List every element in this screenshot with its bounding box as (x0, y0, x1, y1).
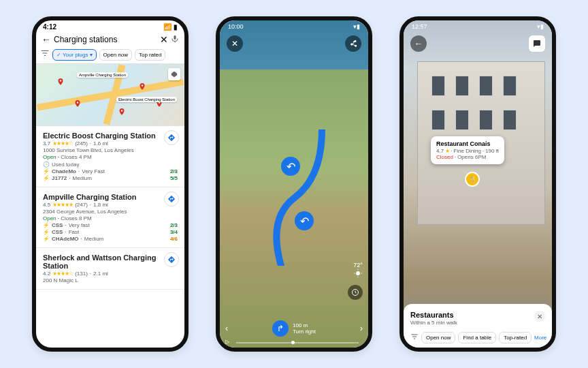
plug-icon: ⚡ (43, 168, 50, 174)
phone-2-immersive-view: 10:00 ▾▮ ✕ ↶ ↶ 72° ‹ ↱ 100 m Turn right (216, 16, 372, 352)
poi-marker[interactable]: 🍴 (465, 172, 480, 187)
turn-right-icon: ↱ (272, 320, 289, 337)
review-count: (245) (75, 140, 88, 147)
result-rating-row: 4.5 ★★★★★ (247) · 1.8 mi (43, 202, 178, 208)
plug-row: ⚡J1772·Medium 5/5 (43, 175, 178, 181)
filter-icon[interactable] (410, 331, 419, 343)
route-path (261, 129, 342, 266)
your-plugs-label: Your plugs (63, 52, 88, 58)
map-pin[interactable] (138, 81, 146, 92)
poi-distance: 190 ft (485, 148, 499, 154)
filter-icon[interactable] (40, 48, 50, 61)
plug-type: ChadeMo (52, 168, 76, 174)
directions-button[interactable] (164, 191, 179, 206)
close-button[interactable]: ✕ (227, 35, 243, 52)
map-pin[interactable] (56, 76, 65, 87)
instruction-text: Turn right (293, 328, 316, 335)
search-query[interactable]: Charging stations (54, 35, 157, 44)
review-count: (131) (75, 271, 88, 277)
plug-avail: 5/5 (170, 175, 178, 181)
temperature-badge[interactable]: 72° (353, 262, 363, 279)
map-pin[interactable] (74, 98, 82, 109)
status-time: 10:00 (228, 23, 244, 30)
search-bar[interactable]: ← Charging stations ✕ (36, 31, 184, 48)
more-chip[interactable]: More (534, 335, 546, 341)
back-arrow-icon[interactable]: ← (42, 34, 51, 45)
distance: 1.6 mi (93, 140, 108, 147)
wifi-icon: ▮ (174, 23, 178, 31)
poi-card[interactable]: Restaurant Conais 4.7 ★ · Fine Dining · … (431, 136, 504, 164)
status-bar: 10:00 ▾▮ (220, 23, 368, 30)
immersive-map-view[interactable]: 10:00 ▾▮ ✕ ↶ ↶ 72° ‹ ↱ 100 m Turn right (220, 20, 368, 348)
sheet-subtitle: Within a 5 min walk (410, 320, 545, 326)
open-now-chip[interactable]: Open now (421, 332, 455, 343)
directions-button[interactable] (164, 252, 179, 267)
clear-search-icon[interactable]: ✕ (160, 34, 168, 45)
progress-bar[interactable] (236, 342, 359, 343)
map-pin[interactable] (118, 106, 126, 117)
phone-3-lens-view: 12:57 ▾▮ ← Restaurant Conais 4.7 ★ · Fin… (399, 16, 556, 352)
plug-avail: 2/3 (170, 168, 178, 174)
plug-row: ⚡CSS·Fast 3/4 (43, 229, 178, 235)
stars-icon: ★★★★☆ (52, 271, 73, 277)
close-sheet-button[interactable]: ✕ (534, 311, 545, 322)
map-label-ampville[interactable]: Ampville Charging Station (77, 72, 128, 78)
result-item[interactable]: Electric Boost Charging Station 3.7 ★★★★… (36, 126, 184, 187)
play-button[interactable]: ▷ (225, 339, 229, 345)
voice-search-icon[interactable] (171, 33, 179, 46)
closes-at: Closes 8 PM (61, 215, 91, 221)
next-step-button[interactable]: › (360, 324, 363, 333)
turn-instruction[interactable]: ↱ 100 m Turn right (272, 320, 316, 337)
rating-value: 4.5 (43, 202, 50, 208)
poi-hours-row: Closed · Opens 6PM (436, 154, 499, 160)
share-button[interactable] (345, 35, 361, 52)
svg-point-0 (60, 80, 62, 82)
feedback-button[interactable] (529, 35, 545, 52)
street-view[interactable]: 12:57 ▾▮ ← Restaurant Conais 4.7 ★ · Fin… (404, 20, 552, 348)
top-rated-chip[interactable]: Top-rated (499, 332, 532, 343)
result-title: Sherlock and Wattson Charging Station (43, 254, 178, 270)
directions-button[interactable] (164, 130, 179, 145)
map-label-electric[interactable]: Electric Boost Charging Station (116, 97, 177, 102)
plug-speed: Very fast (69, 222, 90, 228)
distance: 1.8 mi (93, 202, 108, 208)
status-icons: ▾▮ (353, 23, 360, 30)
plug-speed: Medium (72, 175, 91, 181)
open-now-chip[interactable]: Open now (99, 49, 132, 61)
filter-row: ✓ Your plugs ▾ Open now Top rated (36, 48, 184, 63)
time-scrubber-button[interactable] (348, 285, 363, 300)
prev-step-button[interactable]: ‹ (225, 324, 228, 333)
star-icon: ★ (445, 148, 449, 154)
bottom-sheet[interactable]: ✕ Restaurants Within a 5 min walk Open n… (404, 304, 552, 348)
used-row: 🕒 Used today (43, 162, 178, 168)
plug-icon: ⚡ (43, 236, 50, 242)
status-icons: ▾▮ (537, 23, 544, 30)
plug-icon: ⚡ (43, 229, 50, 235)
map-view[interactable]: Ampville Charging Station Electric Boost… (36, 63, 184, 126)
poi-rating: 4.7 (436, 148, 444, 154)
status-bar: 12:57 ▾▮ (404, 23, 552, 30)
chevron-down-icon: ▾ (90, 52, 93, 58)
closes-at: Closes 4 PM (61, 154, 91, 160)
poi-name: Restaurant Conais (436, 140, 499, 147)
back-button[interactable]: ← (410, 35, 427, 52)
layers-button[interactable] (168, 68, 180, 80)
results-list[interactable]: Electric Boost Charging Station 3.7 ★★★★… (36, 126, 184, 348)
result-item[interactable]: Sherlock and Wattson Charging Station 4.… (36, 248, 184, 290)
plug-type: CSS (52, 229, 63, 235)
result-hours: Open · Closes 8 PM (43, 215, 178, 221)
poi-opens: Opens 6PM (457, 154, 486, 160)
nav-instruction-bar: ‹ ↱ 100 m Turn right › (220, 320, 368, 337)
stars-icon: ★★★★★ (52, 202, 73, 208)
top-rated-chip[interactable]: Top rated (135, 49, 165, 61)
find-table-chip[interactable]: Find a table (458, 332, 496, 343)
result-title: Electric Boost Charging Station (43, 132, 178, 140)
result-address: 200 N Magic L (43, 277, 178, 283)
plug-speed: Very Fast (82, 168, 105, 174)
instruction-distance: 100 m (293, 322, 316, 328)
poi-meta-row: 4.7 ★ · Fine Dining · 190 ft (436, 148, 499, 154)
svg-point-2 (142, 85, 144, 87)
result-item[interactable]: Ampville Charging Station 4.5 ★★★★★ (247… (36, 187, 184, 248)
rating-value: 4.2 (43, 271, 50, 277)
your-plugs-chip[interactable]: ✓ Your plugs ▾ (52, 49, 97, 61)
